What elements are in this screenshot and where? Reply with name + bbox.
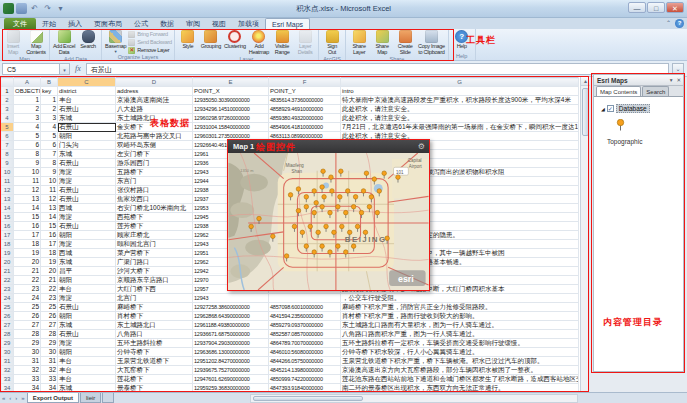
cell[interactable]: 12 — [41, 195, 58, 204]
row-header[interactable]: 11 — [1, 177, 14, 186]
formula-input[interactable]: 石景山 — [86, 63, 669, 75]
header-cell[interactable]: intro — [341, 87, 579, 96]
cell[interactable]: 东土城路北口 — [116, 321, 193, 330]
row-header[interactable]: 19 — [1, 249, 14, 258]
map-pin[interactable] — [296, 187, 301, 192]
cell[interactable]: 9 — [41, 168, 58, 177]
map-contents-button[interactable]: MapContents — [25, 30, 47, 56]
cell[interactable]: 12935050.30390000000 — [193, 96, 269, 105]
cell[interactable]: 2 — [41, 105, 58, 114]
cell[interactable]: 4852587.08570000000 — [269, 330, 341, 339]
row-header[interactable]: 34 — [1, 384, 14, 393]
map-pin[interactable] — [329, 175, 334, 180]
map-pin[interactable] — [330, 189, 335, 194]
row-header[interactable]: 17 — [1, 231, 14, 240]
cell[interactable]: 海淀 — [58, 177, 116, 186]
cell[interactable]: 20 — [14, 258, 41, 267]
row-header[interactable]: 4 — [1, 114, 14, 123]
header-cell[interactable]: district — [58, 87, 116, 96]
cell[interactable]: 东城 — [58, 150, 116, 159]
cell[interactable]: 朝阳 — [58, 312, 116, 321]
add-heatmap-button[interactable]: AddHeatmap — [248, 30, 270, 56]
scroll-up-icon[interactable]: ▲ — [581, 77, 590, 86]
row-header[interactable]: 22 — [1, 276, 14, 285]
row-header[interactable]: 9 — [1, 159, 14, 168]
cell[interactable]: 东土城路北口路面有大量积水，图为一行人骑车通过。 — [341, 321, 579, 330]
cell[interactable]: 17 — [41, 240, 58, 249]
cell[interactable]: 4 — [14, 123, 41, 132]
cell[interactable]: 12947601.62690000000 — [193, 375, 269, 384]
cell[interactable]: 4854906.41810000000 — [269, 123, 341, 132]
cell[interactable]: 12962868.64390000000 — [193, 312, 269, 321]
cell[interactable]: 29 — [41, 339, 58, 348]
column-header-F[interactable]: F — [269, 78, 341, 87]
cell[interactable]: 10 — [41, 177, 58, 186]
cell[interactable]: 4845214.13980000000 — [269, 366, 341, 375]
minimize-button[interactable]: — — [628, 2, 646, 13]
cell[interactable]: 麻峪桥下积水严重，消防官兵正全力抢修受阻路段。 — [341, 303, 579, 312]
add-excel-data-button[interactable]: Add ExcelData — [52, 30, 76, 56]
cell[interactable]: 12943 — [193, 294, 269, 303]
map-pin[interactable] — [361, 189, 366, 194]
tab-map-contents[interactable]: Map Contents — [596, 86, 641, 96]
cell[interactable]: 15 — [41, 222, 58, 231]
visible-range-button[interactable]: VisibleRange — [271, 30, 293, 56]
cell[interactable]: 7月21日，北京遭遇61年来最强降雨的第一场暴雨，在金安桥下，瞬间积水一度达1.… — [341, 123, 579, 132]
vertical-scroll-thumb[interactable] — [582, 88, 589, 136]
map-pin[interactable] — [271, 234, 276, 239]
cell[interactable]: 西城 — [58, 249, 116, 258]
cell[interactable]: 4864789.70070000000 — [269, 339, 341, 348]
database-checkbox[interactable]: ✓ — [607, 105, 614, 112]
cell[interactable]: 八角路口路面积水严重，图为一行人骑车通过。 — [341, 330, 579, 339]
cell[interactable]: 特大暴雨中京港澳高速路段发生严重积水，积水路段长度达900米，平均水深4米 — [341, 96, 579, 105]
cell[interactable]: 17 — [14, 231, 41, 240]
map-pin[interactable] — [364, 171, 369, 176]
cell[interactable]: 广渠门路口 — [116, 258, 193, 267]
map-pin[interactable] — [322, 195, 327, 200]
cell[interactable]: 16 — [41, 231, 58, 240]
save-icon[interactable] — [16, 3, 27, 14]
cell[interactable]: 25 — [41, 303, 58, 312]
panel-close-icon[interactable]: ✕ — [674, 77, 683, 83]
selected-cell[interactable]: 石景山 — [58, 123, 116, 132]
row-header[interactable]: 31 — [1, 357, 14, 366]
row-header[interactable]: 25 — [1, 303, 14, 312]
cell[interactable]: 12960298.97260000000 — [193, 114, 269, 123]
cell[interactable]: 12959259.36830000000 — [193, 384, 269, 393]
cell[interactable]: 莲花池东路在西站站前地下通道和会城门桥区都发生了积水断路，造成西客站地区交通严 — [341, 375, 579, 384]
cell[interactable]: 8 — [41, 159, 58, 168]
cell[interactable]: 4846010.56080000000 — [269, 348, 341, 357]
column-header-D[interactable]: D — [116, 78, 193, 87]
cell[interactable]: 21 — [14, 267, 41, 276]
cell[interactable]: 12934296.14510000000 — [193, 105, 269, 114]
cell[interactable]: 此处积水，请注意安全。 — [341, 114, 579, 123]
cell[interactable]: 石景山 — [58, 195, 116, 204]
insert-worksheet-tab[interactable] — [102, 393, 114, 403]
cell[interactable]: 20 — [41, 267, 58, 276]
cell[interactable]: 31 — [41, 357, 58, 366]
cell[interactable]: 大红门桥下西 — [116, 285, 193, 294]
cell[interactable]: 3 — [41, 114, 58, 123]
cell[interactable]: 北宫门 — [116, 294, 193, 303]
cell[interactable]: 八角路口 — [116, 330, 193, 339]
create-slide-button[interactable]: CreateSlide — [394, 30, 416, 56]
row-header[interactable]: 26 — [1, 312, 14, 321]
cell[interactable]: 石景山 — [58, 105, 116, 114]
cell[interactable]: 27 — [41, 321, 58, 330]
copy-image-to-clipboard-button[interactable]: Copy Imageto Clipboard — [417, 30, 446, 56]
cell[interactable]: 8 — [14, 150, 41, 159]
cell[interactable]: 海淀 — [58, 339, 116, 348]
cell[interactable] — [269, 294, 341, 303]
row-header[interactable]: 33 — [1, 375, 14, 384]
close-button[interactable]: ✕ — [666, 2, 684, 13]
column-header-G[interactable]: G — [341, 78, 579, 87]
cell[interactable]: 21 — [41, 276, 58, 285]
map-pin[interactable] — [351, 244, 356, 249]
map-pin[interactable] — [320, 244, 325, 249]
map-pin[interactable] — [372, 177, 377, 182]
column-header-E[interactable]: E — [193, 78, 269, 87]
cell[interactable]: 右安门桥北100米南向北 — [116, 204, 193, 213]
style-button[interactable]: Style — [177, 30, 199, 50]
cell[interactable]: 东城 — [58, 321, 116, 330]
ribbon-tab-7[interactable]: 加载项 — [232, 18, 265, 29]
